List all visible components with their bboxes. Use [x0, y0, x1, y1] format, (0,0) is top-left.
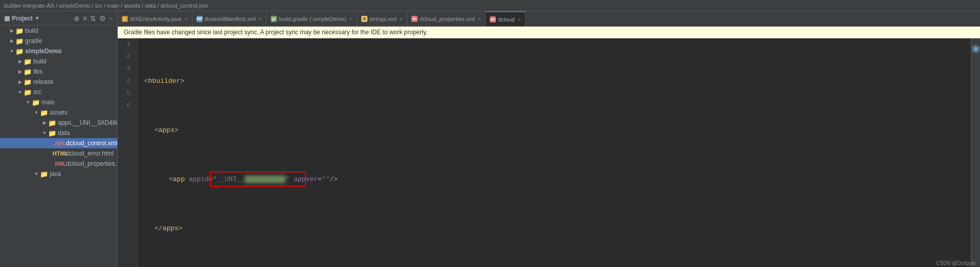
sidebar-item-label: libs: [33, 68, 117, 75]
line-number-4: 4: [118, 75, 134, 87]
tab-wxentry[interactable]: C WXEntryActivity.java ×: [118, 11, 192, 27]
attr-appver: appver: [294, 173, 318, 186]
arrow-icon: ▼: [33, 109, 40, 116]
settings-icon[interactable]: ⚙: [99, 14, 106, 23]
bracket: >: [180, 75, 184, 87]
sidebar-item-label: dcloud_error.html: [66, 150, 117, 157]
tab-label: dcloud: [498, 16, 514, 23]
code-editor[interactable]: 1 2 3 4 5 6 <hbuilder> <apps>: [118, 38, 980, 267]
line-number-1: 1: [118, 38, 134, 51]
appid-censored: T███: [245, 175, 286, 183]
arrow-icon: ▼: [41, 129, 48, 137]
tab-buildgradle[interactable]: gr build.gradle (:simpleDemo) ×: [267, 11, 357, 27]
sidebar-item-label: dcloud_properties.xml: [66, 160, 118, 167]
folder-icon: 📁: [24, 68, 32, 76]
sidebar-item-label: build: [33, 58, 117, 65]
sidebar-item-build-sub[interactable]: ▶ 📁 build: [0, 56, 117, 66]
tab-strings[interactable]: S strings.xml ×: [357, 11, 407, 27]
folder-icon: 📁: [32, 98, 40, 106]
minimize-icon[interactable]: −: [109, 14, 113, 23]
sidebar-item-apps-www[interactable]: ▶ 📁 apps.__UNI__3AD4803.www: [0, 118, 117, 128]
sidebar-item-label: src: [33, 88, 117, 96]
sidebar-item-label: release: [33, 78, 117, 85]
folder-icon: 📁: [48, 119, 56, 127]
sidebar-item-label: simpleDemo: [25, 48, 117, 55]
notification-bar: Gradle files have changed since last pro…: [118, 27, 980, 38]
tab-close-gradle[interactable]: ×: [350, 16, 353, 22]
sidebar-item-java[interactable]: ▼ 📁 java: [0, 169, 117, 179]
sidebar-item-dcloud-control[interactable]: ▶ XML dcloud_control.xml: [0, 138, 117, 148]
tag: apps: [163, 222, 179, 235]
tab-close-dcloudprops[interactable]: ×: [478, 16, 481, 22]
sidebar-item-data[interactable]: ▼ 📁 data: [0, 128, 117, 138]
arrow-icon: ▶: [16, 68, 24, 75]
breadcrumb-bar: builder-integrate-AS / simpleDemo / src …: [0, 0, 980, 11]
sidebar-item-assets[interactable]: ▼ 📁 assets: [0, 107, 117, 118]
tab-label: dcloud_properties.xml: [420, 16, 475, 22]
sidebar-item-release[interactable]: ▶ 📁 release: [0, 77, 117, 87]
arrow-icon: ▶: [41, 119, 48, 126]
tab-androidmanifest[interactable]: MF AndroidManifest.xml ×: [192, 11, 267, 27]
xml-file-icon2: XML: [56, 160, 64, 168]
arrow-icon: ▶: [16, 78, 24, 85]
selfclose: />: [330, 173, 338, 186]
sidebar-item-main[interactable]: ▼ 📁 main: [0, 97, 117, 107]
tab-close-manifest[interactable]: ×: [259, 16, 262, 22]
folder-icon: 📁: [15, 37, 24, 45]
bracket: <: [155, 124, 159, 137]
arrow-icon: ▼: [16, 88, 24, 96]
line-number-6: 6: [118, 100, 134, 112]
tab-close-dcloudctrl[interactable]: ×: [518, 16, 521, 23]
breadcrumb-text: builder-integrate-AS / simpleDemo / src …: [4, 3, 207, 9]
sidebar-item-src[interactable]: ▼ 📁 src: [0, 87, 117, 97]
main-layout: ▦ Project ▼ ⊕ ≡ ⇅ ⚙ − ▶ 📁 build ▶ 📁: [0, 11, 980, 267]
sync-icon[interactable]: ⊕: [74, 14, 80, 23]
collapse-icon[interactable]: ≡: [83, 14, 87, 23]
appid-value: "__UNI__T███": [213, 173, 290, 186]
sidebar-item-label: build: [25, 27, 117, 34]
line-number-3: 3: [118, 63, 134, 75]
editor-area: C WXEntryActivity.java × MF AndroidManif…: [118, 11, 980, 267]
appid-prefix: __UNI__: [217, 175, 245, 183]
arrow-icon: ▶: [8, 37, 15, 44]
tab-label: WXEntryActivity.java: [130, 16, 182, 22]
expand-icon[interactable]: ⇅: [90, 14, 96, 23]
tab-dcloudprops[interactable]: dc dcloud_properties.xml ×: [407, 11, 486, 27]
arrow-icon: ▼: [33, 170, 40, 177]
folder-icon: 📁: [40, 170, 48, 178]
arrow-icon: ▼: [25, 99, 32, 106]
code-line-3: <app appid="__UNI__T███" appver=""/>: [144, 173, 965, 186]
appver-value: "": [322, 173, 330, 186]
sidebar-item-dcloud-error[interactable]: ▶ HTML dcloud_error.html: [0, 148, 117, 159]
tag: hbuilder: [148, 75, 180, 87]
sidebar-item-build-root[interactable]: ▶ 📁 build: [0, 26, 117, 36]
sidebar-item-libs[interactable]: ▶ 📁 libs: [0, 66, 117, 77]
sidebar-item-label: gradle: [25, 37, 117, 44]
sidebar-item-simpledemo[interactable]: ▼ 📁 simpleDemo: [0, 46, 117, 56]
tab-dcloudctrl[interactable]: dc dcloud ×: [486, 11, 526, 27]
bracket: >: [175, 124, 179, 137]
tab-label: strings.xml: [369, 16, 397, 22]
tab-icon-dcloud-active: dc: [490, 16, 496, 23]
code-content[interactable]: <hbuilder> <apps> <app appid="__UNI__T██…: [138, 38, 971, 267]
tab-close-strings[interactable]: ×: [400, 16, 403, 22]
sidebar-header: ▦ Project ▼ ⊕ ≡ ⇅ ⚙ −: [0, 11, 117, 26]
folder-icon: 📁: [40, 108, 48, 117]
sidebar-item-label: java: [50, 170, 117, 177]
tag-app: app: [173, 173, 185, 186]
sidebar-item-label: dcloud_control.xml: [66, 140, 117, 147]
sidebar-item-label: data: [58, 129, 117, 137]
folder-icon: 📁: [24, 78, 32, 86]
sidebar-item-label: assets: [50, 109, 117, 116]
sidebar-item-gradle[interactable]: ▶ 📁 gradle: [0, 36, 117, 46]
right-panel-icon: ◉: [972, 40, 979, 56]
xml-file-icon: XML: [56, 139, 64, 147]
line-number-2: 2: [118, 51, 134, 63]
folder-icon: 📁: [15, 27, 24, 35]
folder-icon: 📁: [15, 47, 24, 55]
dropdown-icon[interactable]: ▼: [35, 15, 40, 21]
tab-close-wxentry[interactable]: ×: [185, 16, 188, 22]
sidebar-item-dcloud-properties[interactable]: ▶ XML dcloud_properties.xml: [0, 159, 117, 169]
folder-icon: 📁: [48, 129, 56, 137]
bracket: <: [169, 173, 173, 186]
